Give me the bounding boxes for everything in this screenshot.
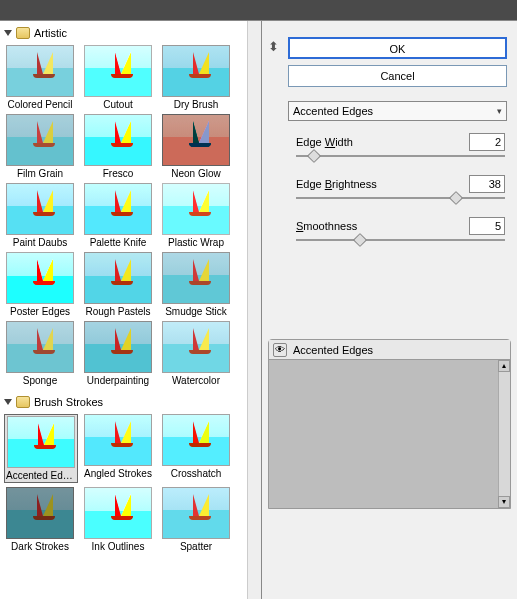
scroll-down-icon[interactable]: ▾ — [498, 496, 510, 508]
slider-edge-brightness: Edge Brightness — [296, 175, 505, 199]
filter-thumb-label: Fresco — [82, 168, 154, 179]
filter-thumb-label: Dry Brush — [160, 99, 232, 110]
slider-thumb-icon[interactable] — [449, 191, 463, 205]
filter-thumb[interactable]: Crosshatch — [160, 414, 232, 483]
cancel-button[interactable]: Cancel — [288, 65, 507, 87]
filter-thumbnail-image — [162, 487, 230, 539]
filter-thumb[interactable]: Smudge Stick — [160, 252, 232, 317]
folder-label: Brush Strokes — [34, 396, 103, 408]
filter-thumb[interactable]: Watercolor — [160, 321, 232, 386]
artistic-thumb-grid: Colored PencilCutoutDry BrushFilm GrainF… — [4, 45, 257, 386]
filter-thumb[interactable]: Film Grain — [4, 114, 76, 179]
chevron-down-icon: ▾ — [497, 106, 502, 116]
edge-width-slider[interactable] — [296, 155, 505, 157]
filter-thumbnail-image — [6, 183, 74, 235]
filter-thumb-label: Sponge — [4, 375, 76, 386]
filter-thumb[interactable]: Rough Pastels — [82, 252, 154, 317]
filter-thumbnail-image — [84, 487, 152, 539]
filter-thumb-label: Watercolor — [160, 375, 232, 386]
controls-panel: ⬍ OK Cancel Accented Edges ▾ Edge Width — [262, 21, 517, 599]
filter-thumb[interactable]: Dark Strokes — [4, 487, 76, 552]
filter-thumb[interactable]: Neon Glow — [160, 114, 232, 179]
filter-list-panel: Artistic Colored PencilCutoutDry BrushFi… — [0, 21, 262, 599]
slider-label: Edge Width — [296, 136, 353, 148]
edge-width-input[interactable] — [469, 133, 505, 151]
filter-thumb-label: Paint Daubs — [4, 237, 76, 248]
filter-thumb-label: Ink Outlines — [82, 541, 154, 552]
collapse-toggle-icon[interactable]: ⬍ — [268, 39, 279, 54]
filter-thumbnail-image — [6, 114, 74, 166]
filter-thumb[interactable]: Cutout — [82, 45, 154, 110]
filter-thumb-label: Rough Pastels — [82, 306, 154, 317]
disclosure-triangle-icon — [4, 30, 12, 36]
filter-thumbnail-image — [162, 45, 230, 97]
filter-thumbnail-image — [6, 487, 74, 539]
filter-thumb[interactable]: Fresco — [82, 114, 154, 179]
filter-thumb[interactable]: Palette Knife — [82, 183, 154, 248]
filter-thumb-label: Dark Strokes — [4, 541, 76, 552]
filter-thumb[interactable]: Dry Brush — [160, 45, 232, 110]
filter-thumb-label: Accented Edges — [6, 470, 76, 481]
filter-thumbnail-image — [84, 45, 152, 97]
filter-dropdown[interactable]: Accented Edges ▾ — [288, 101, 507, 121]
folder-icon — [16, 396, 30, 408]
ok-button[interactable]: OK — [288, 37, 507, 59]
slider-edge-width: Edge Width — [296, 133, 505, 157]
filter-thumbnail-image — [162, 252, 230, 304]
filter-thumb[interactable]: Colored Pencil — [4, 45, 76, 110]
filter-thumb[interactable]: Ink Outlines — [82, 487, 154, 552]
slider-label: Edge Brightness — [296, 178, 377, 190]
filter-thumbnail-image — [162, 114, 230, 166]
filter-thumbnail-image — [162, 183, 230, 235]
filter-thumb[interactable]: Angled Strokes — [82, 414, 154, 483]
scrollbar-vertical[interactable]: ▴ ▾ — [498, 360, 510, 508]
edge-brightness-input[interactable] — [469, 175, 505, 193]
scroll-up-icon[interactable]: ▴ — [498, 360, 510, 372]
filter-thumb-label: Smudge Stick — [160, 306, 232, 317]
filter-thumb-label: Angled Strokes — [82, 468, 154, 479]
disclosure-triangle-icon — [4, 399, 12, 405]
filter-thumb-label: Colored Pencil — [4, 99, 76, 110]
filter-thumb-label: Neon Glow — [160, 168, 232, 179]
effect-layers-panel: 👁 Accented Edges ▴ ▾ — [268, 339, 511, 509]
filter-thumb-label: Underpainting — [82, 375, 154, 386]
filter-thumb[interactable]: Underpainting — [82, 321, 154, 386]
filter-thumbnail-image — [6, 252, 74, 304]
filter-thumbnail-image — [162, 321, 230, 373]
filter-thumb[interactable]: Spatter — [160, 487, 232, 552]
filter-thumb[interactable]: Accented Edges — [4, 414, 78, 483]
filter-thumb[interactable]: Paint Daubs — [4, 183, 76, 248]
folder-artistic[interactable]: Artistic — [4, 25, 257, 41]
brush-strokes-thumb-grid: Accented EdgesAngled StrokesCrosshatchDa… — [4, 414, 257, 552]
filter-thumbnail-image — [84, 114, 152, 166]
filter-thumb-label: Cutout — [82, 99, 154, 110]
filter-thumb[interactable]: Plastic Wrap — [160, 183, 232, 248]
slider-thumb-icon[interactable] — [352, 233, 366, 247]
filter-thumb-label: Plastic Wrap — [160, 237, 232, 248]
smoothness-slider[interactable] — [296, 239, 505, 241]
slider-label: Smoothness — [296, 220, 357, 232]
filter-thumbnail-image — [84, 183, 152, 235]
layer-row[interactable]: 👁 Accented Edges — [269, 340, 510, 360]
eye-icon[interactable]: 👁 — [273, 343, 287, 357]
scrollbar-vertical[interactable] — [247, 21, 261, 599]
layer-name: Accented Edges — [293, 344, 373, 356]
filter-thumbnail-image — [84, 321, 152, 373]
folder-brush-strokes[interactable]: Brush Strokes — [4, 394, 257, 410]
edge-brightness-slider[interactable] — [296, 197, 505, 199]
filter-thumb-label: Palette Knife — [82, 237, 154, 248]
folder-label: Artistic — [34, 27, 67, 39]
filter-thumb[interactable]: Poster Edges — [4, 252, 76, 317]
filter-thumbnail-image — [162, 414, 230, 466]
filter-thumbnail-image — [7, 416, 75, 468]
smoothness-input[interactable] — [469, 217, 505, 235]
slider-thumb-icon[interactable] — [306, 149, 320, 163]
filter-thumbnail-image — [6, 45, 74, 97]
filter-thumb-label: Film Grain — [4, 168, 76, 179]
filter-gallery-dialog: Artistic Colored PencilCutoutDry BrushFi… — [0, 20, 517, 599]
filter-thumb[interactable]: Sponge — [4, 321, 76, 386]
filter-thumbnail-image — [6, 321, 74, 373]
dropdown-selected-label: Accented Edges — [293, 105, 373, 117]
filter-thumb-label: Spatter — [160, 541, 232, 552]
filter-thumbnail-image — [84, 414, 152, 466]
